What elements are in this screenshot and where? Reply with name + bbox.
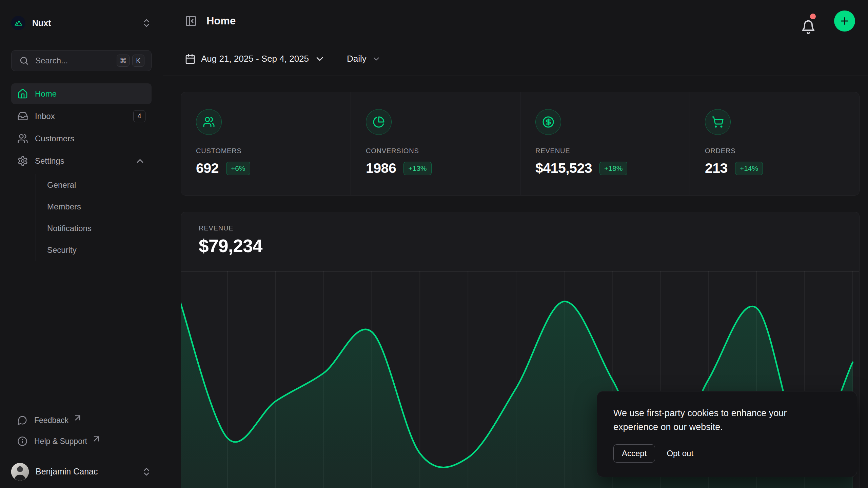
workspace-switcher[interactable]: Nuxt bbox=[11, 12, 152, 34]
stat-delta-badge: +14% bbox=[735, 162, 763, 175]
filter-toolbar: Aug 21, 2025 - Sep 4, 2025 Daily bbox=[163, 42, 868, 76]
sidebar-item-members[interactable]: Members bbox=[36, 196, 152, 218]
sidebar-item-label: Home bbox=[35, 89, 145, 99]
circle-dollar-icon bbox=[542, 116, 554, 128]
sidebar-spacer bbox=[0, 262, 163, 411]
user-menu[interactable]: Benjamin Canac bbox=[0, 455, 163, 488]
sidebar-item-notifications[interactable]: Notifications bbox=[36, 218, 152, 239]
stat-label: REVENUE bbox=[535, 147, 675, 155]
sidebar-item-label: Inbox bbox=[35, 111, 126, 121]
sidebar-item-security[interactable]: Security bbox=[36, 239, 152, 261]
stat-delta-badge: +6% bbox=[226, 162, 250, 175]
sidebar-item-settings[interactable]: Settings bbox=[11, 150, 152, 171]
stat-value: 1986 bbox=[366, 160, 396, 176]
settings-subnav: General Members Notifications Security bbox=[36, 174, 152, 261]
pie-chart-icon bbox=[373, 116, 385, 128]
stats-card: CUSTOMERS 692 +6% CONVERSIONS 1986 +13% … bbox=[181, 92, 860, 196]
search-placeholder: Search... bbox=[35, 56, 111, 65]
search-icon bbox=[19, 56, 29, 66]
cookie-banner: We use first-party cookies to enhance yo… bbox=[597, 391, 857, 477]
sidebar-item-home[interactable]: Home bbox=[11, 83, 152, 104]
stat-label: CUSTOMERS bbox=[196, 147, 336, 155]
feedback-label: Feedback bbox=[34, 416, 68, 425]
chevrons-up-down-icon bbox=[141, 467, 152, 477]
date-range-picker[interactable]: Aug 21, 2025 - Sep 4, 2025 bbox=[185, 54, 325, 64]
chevron-up-icon bbox=[135, 156, 145, 166]
gear-icon bbox=[17, 156, 28, 166]
nuxt-logo bbox=[11, 16, 25, 30]
chevrons-up-down-icon bbox=[141, 18, 152, 28]
add-button[interactable] bbox=[834, 11, 855, 32]
feedback-link[interactable]: Feedback bbox=[11, 411, 152, 429]
stat-label: CONVERSIONS bbox=[366, 147, 505, 155]
avatar bbox=[11, 463, 29, 481]
kbd-k: K bbox=[132, 55, 144, 67]
revenue-chart-value: $79,234 bbox=[199, 236, 842, 256]
kbd-cmd: ⌘ bbox=[117, 55, 130, 67]
plus-icon bbox=[839, 16, 850, 26]
external-link-icon bbox=[73, 413, 83, 423]
message-bubble-icon bbox=[17, 415, 27, 425]
cookie-message: We use first-party cookies to enhance yo… bbox=[613, 406, 813, 434]
date-range-value: Aug 21, 2025 - Sep 4, 2025 bbox=[201, 54, 309, 64]
user-name: Benjamin Canac bbox=[36, 467, 135, 476]
stat-tile-orders[interactable]: ORDERS 213 +14% bbox=[690, 92, 859, 195]
page-title: Home bbox=[206, 15, 791, 27]
granularity-select[interactable]: Daily bbox=[347, 54, 381, 64]
chevron-down-icon bbox=[314, 54, 325, 64]
stat-label: ORDERS bbox=[705, 147, 844, 155]
stat-value: 692 bbox=[196, 160, 219, 176]
stat-tile-revenue[interactable]: REVENUE $415,523 +18% bbox=[520, 92, 690, 195]
shopping-cart-icon bbox=[712, 116, 724, 128]
stat-value: $415,523 bbox=[535, 160, 592, 176]
search-shortcut: ⌘ K bbox=[117, 55, 144, 67]
external-link-icon bbox=[91, 434, 101, 444]
stat-tile-conversions[interactable]: CONVERSIONS 1986 +13% bbox=[351, 92, 520, 195]
users-icon bbox=[203, 116, 215, 128]
inbox-count-badge: 4 bbox=[133, 110, 145, 122]
sidebar: Nuxt Search... ⌘ K Home Inbox 4 Customer… bbox=[0, 0, 163, 488]
chevron-down-icon bbox=[372, 55, 381, 63]
nuxt-logo-icon bbox=[14, 19, 23, 27]
revenue-chart-label: REVENUE bbox=[199, 224, 842, 232]
workspace-name: Nuxt bbox=[32, 18, 135, 28]
optout-cookies-button[interactable]: Opt out bbox=[665, 445, 695, 462]
sidebar-item-label: Settings bbox=[35, 156, 128, 166]
sidebar-item-customers[interactable]: Customers bbox=[11, 128, 152, 149]
stat-delta-badge: +18% bbox=[599, 162, 627, 175]
users-icon bbox=[17, 133, 28, 144]
info-circle-icon bbox=[17, 436, 27, 446]
search-input[interactable]: Search... ⌘ K bbox=[11, 50, 152, 71]
help-support-label: Help & Support bbox=[34, 437, 87, 446]
stat-tile-customers[interactable]: CUSTOMERS 692 +6% bbox=[181, 92, 351, 195]
calendar-icon bbox=[185, 54, 196, 64]
sidebar-footer-links: Feedback Help & Support bbox=[11, 411, 152, 450]
sidebar-nav: Home Inbox 4 Customers Settings General … bbox=[11, 83, 152, 262]
collapse-sidebar-button[interactable] bbox=[185, 15, 197, 27]
sidebar-item-inbox[interactable]: Inbox 4 bbox=[11, 106, 152, 126]
sidebar-item-general[interactable]: General bbox=[36, 174, 152, 196]
granularity-value: Daily bbox=[347, 54, 367, 64]
sidebar-item-label: Customers bbox=[35, 134, 145, 143]
notifications-button[interactable] bbox=[801, 14, 816, 28]
notification-dot bbox=[810, 14, 816, 19]
accept-cookies-button[interactable]: Accept bbox=[613, 444, 655, 463]
stat-delta-badge: +13% bbox=[403, 162, 431, 175]
stat-value: 213 bbox=[705, 160, 728, 176]
help-support-link[interactable]: Help & Support bbox=[11, 432, 152, 450]
home-icon bbox=[17, 88, 28, 99]
bell-icon bbox=[801, 20, 816, 35]
inbox-icon bbox=[17, 111, 28, 122]
page-header: Home bbox=[163, 0, 868, 42]
